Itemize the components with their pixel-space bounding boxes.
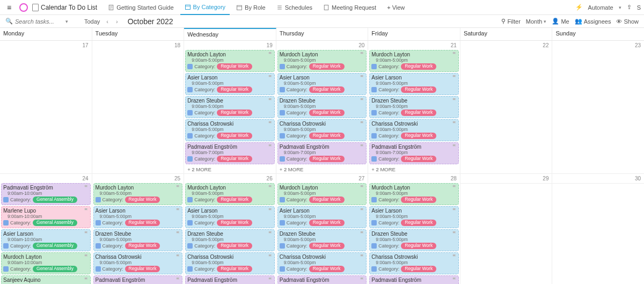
- calendar-event[interactable]: Murdoch Layton 9:00am-5:00pm Category: R…: [185, 50, 275, 72]
- menu-icon[interactable]: ≡: [3, 3, 15, 12]
- calendar-event[interactable]: Drazen Steube 9:00am-5:00pm Category: Re…: [369, 229, 459, 251]
- more-events-button[interactable]: + 2 MORE: [185, 165, 275, 173]
- calendar-event[interactable]: Sanjeev Aquino 9:00am-10:00am Category: …: [1, 275, 91, 284]
- calendar-event[interactable]: Drazen Steube 9:00am-5:00pm Category: Re…: [277, 229, 367, 251]
- svg-rect-3: [324, 5, 328, 10]
- calendar-event[interactable]: Asier Larson 9:00am-5:00pm Category: Reg…: [277, 206, 367, 228]
- show-button[interactable]: 👁Show: [616, 18, 639, 25]
- category-pill: Regular Work: [401, 266, 436, 272]
- me-button[interactable]: 👤Me: [552, 18, 569, 25]
- calendar-event[interactable]: Drazen Steube 9:00am-5:00pm Category: Re…: [277, 96, 367, 118]
- day-cell[interactable]: 23: [552, 41, 644, 174]
- calendar-event[interactable]: Drazen Steube 9:00am-5:00pm Category: Re…: [369, 96, 459, 118]
- calendar-event[interactable]: Padmavati Engström 9:00am-10:00am Catego…: [1, 183, 91, 205]
- event-person: Drazen Steube: [280, 231, 365, 237]
- category-label: Category:: [194, 243, 215, 249]
- day-cell[interactable]: 25 Murdoch Layton 9:00am-5:00pm Category…: [92, 174, 184, 284]
- granularity-select[interactable]: Month▾: [526, 18, 547, 25]
- calendar-event[interactable]: Murdoch Layton 9:00am-5:00pm Category: R…: [369, 183, 459, 205]
- tab-by-role[interactable]: By Role: [232, 0, 270, 15]
- day-cell[interactable]: 21 Murdoch Layton 9:00am-5:00pm Category…: [368, 41, 460, 174]
- calendar-event[interactable]: Asier Larson 9:00am-10:00am Category: Ge…: [1, 229, 91, 251]
- calendar-event[interactable]: Padmavati Engström 9:00am-7:00pm Categor…: [369, 275, 459, 284]
- calendar-event[interactable]: Asier Larson 9:00am-5:00pm Category: Reg…: [369, 206, 459, 228]
- calendar-event[interactable]: Asier Larson 9:00am-5:00pm Category: Reg…: [93, 206, 183, 228]
- chevron-down-icon[interactable]: ▾: [65, 19, 68, 24]
- calendar-event[interactable]: Marlene Lupo 9:00am-10:00am Category: Ge…: [1, 206, 91, 228]
- calendar-event[interactable]: Asier Larson 9:00am-5:00pm Category: Reg…: [185, 73, 275, 95]
- flag-icon: [268, 208, 273, 213]
- flag-icon: [268, 185, 273, 190]
- category-icon: [187, 87, 193, 92]
- calendar-event[interactable]: Murdoch Layton 9:00am-5:00pm Category: R…: [185, 183, 275, 205]
- calendar-event[interactable]: Padmavati Engström 9:00am-7:00pm Categor…: [185, 142, 275, 164]
- calendar-event[interactable]: Asier Larson 9:00am-5:00pm Category: Reg…: [185, 206, 275, 228]
- filter-button[interactable]: ⚲Filter: [501, 18, 520, 25]
- flag-icon: [176, 278, 180, 282]
- calendar-event[interactable]: Murdoch Layton 9:00am-5:00pm Category: R…: [277, 50, 367, 72]
- event-person: Padmavati Engström: [371, 144, 457, 150]
- event-person: Drazen Steube: [371, 98, 457, 104]
- category-icon: [3, 243, 9, 249]
- prev-month-button[interactable]: ‹: [105, 18, 109, 25]
- calendar-event[interactable]: Asier Larson 9:00am-5:00pm Category: Reg…: [369, 73, 459, 95]
- flag-icon: [268, 254, 273, 259]
- calendar-event[interactable]: Padmavati Engström 9:00am-7:00pm Categor…: [277, 142, 367, 164]
- day-cell[interactable]: 28 Murdoch Layton 9:00am-5:00pm Category…: [368, 174, 460, 284]
- category-label: Category:: [287, 197, 308, 202]
- tab-meeting-request[interactable]: Meeting Request: [319, 0, 380, 15]
- calendar-event[interactable]: Charissa Ostrowski 9:00am-5:00pm Categor…: [277, 119, 367, 141]
- calendar-event[interactable]: Charissa Ostrowski 9:00am-5:00pm Categor…: [369, 252, 459, 274]
- day-cell[interactable]: 22: [460, 41, 552, 174]
- day-cell[interactable]: 19 Murdoch Layton 9:00am-5:00pm Category…: [184, 41, 276, 174]
- day-cell[interactable]: 24 Padmavati Engström 9:00am-10:00am Cat…: [0, 174, 92, 284]
- day-cell[interactable]: 26 Murdoch Layton 9:00am-5:00pm Category…: [184, 174, 276, 284]
- calendar-event[interactable]: Padmavati Engström 9:00am-7:00pm Categor…: [369, 142, 459, 164]
- search-input[interactable]: [15, 18, 63, 25]
- next-month-button[interactable]: ›: [115, 18, 119, 25]
- calendar-event[interactable]: Murdoch Layton 9:00am-5:00pm Category: R…: [277, 183, 367, 205]
- day-cell[interactable]: 27 Murdoch Layton 9:00am-5:00pm Category…: [276, 174, 368, 284]
- tab-schedules[interactable]: Schedules: [272, 0, 317, 15]
- tab-getting-started[interactable]: Getting Started Guide: [104, 0, 178, 15]
- today-button[interactable]: Today: [84, 18, 100, 25]
- day-cell[interactable]: 29: [460, 174, 552, 184]
- calendar-event[interactable]: Charissa Ostrowski 9:00am-5:00pm Categor…: [185, 119, 275, 141]
- calendar-event[interactable]: Drazen Steube 9:00am-5:00pm Category: Re…: [93, 229, 183, 251]
- calendar-event[interactable]: Charissa Ostrowski 9:00am-5:00pm Categor…: [185, 252, 275, 274]
- calendar-event[interactable]: Murdoch Layton 9:00am-10:00am Category: …: [1, 252, 91, 274]
- day-cell[interactable]: 18: [92, 41, 184, 174]
- share-icon[interactable]: ⇪: [627, 4, 632, 11]
- eye-icon: 👁: [616, 18, 622, 25]
- search-icon[interactable]: 🔍: [5, 18, 13, 25]
- calendar-event[interactable]: Murdoch Layton 9:00am-5:00pm Category: R…: [369, 50, 459, 72]
- flag-icon: [176, 231, 180, 236]
- calendar-event[interactable]: Charissa Ostrowski 9:00am-5:00pm Categor…: [369, 119, 459, 141]
- day-cell[interactable]: 20 Murdoch Layton 9:00am-5:00pm Category…: [276, 41, 368, 174]
- more-events-button[interactable]: + 2 MORE: [277, 165, 367, 173]
- category-label: Category:: [103, 243, 123, 249]
- header-thursday: Thursday: [276, 28, 369, 40]
- flag-icon: [360, 231, 364, 236]
- app-logo-icon[interactable]: [19, 3, 28, 12]
- chevron-down-icon[interactable]: ▾: [619, 5, 621, 10]
- calendar-event[interactable]: Charissa Ostrowski 9:00am-5:00pm Categor…: [277, 252, 367, 274]
- assignees-button[interactable]: 👥Assignees: [575, 18, 611, 25]
- calendar-event[interactable]: Padmavati Engström 9:00am-7:00pm Categor…: [185, 275, 275, 284]
- day-cell[interactable]: 30: [552, 174, 644, 184]
- flag-icon: [84, 208, 89, 213]
- tab-by-category[interactable]: By Category: [180, 0, 230, 15]
- calendar-event[interactable]: Padmavati Engström 9:00am-7:00pm Categor…: [93, 275, 183, 284]
- calendar-event[interactable]: Padmavati Engström 9:00am-7:00pm Categor…: [277, 275, 367, 284]
- calendar-event[interactable]: Drazen Steube 9:00am-5:00pm Category: Re…: [185, 229, 275, 251]
- calendar-event[interactable]: Asier Larson 9:00am-5:00pm Category: Reg…: [277, 73, 367, 95]
- day-cell[interactable]: 17: [0, 41, 92, 174]
- automate-button[interactable]: Automate: [588, 4, 613, 11]
- calendar-event[interactable]: Drazen Steube 9:00am-5:00pm Category: Re…: [185, 96, 275, 118]
- category-label: Category:: [10, 220, 31, 225]
- calendar-event[interactable]: Charissa Ostrowski 9:00am-5:00pm Categor…: [93, 252, 183, 274]
- add-view-button[interactable]: + View: [383, 0, 409, 15]
- calendar-event[interactable]: Murdoch Layton 9:00am-5:00pm Category: R…: [93, 183, 183, 205]
- more-events-button[interactable]: + 2 MORE: [369, 165, 459, 173]
- flag-icon: [360, 185, 364, 190]
